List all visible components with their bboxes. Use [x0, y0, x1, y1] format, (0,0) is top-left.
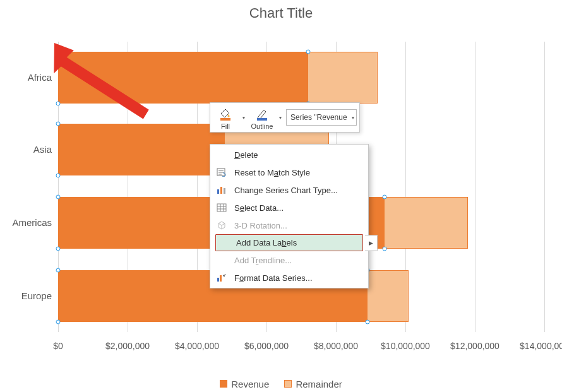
bar-revenue[interactable]	[58, 52, 308, 104]
menu-delete[interactable]: Delete	[210, 146, 368, 163]
svg-rect-7	[217, 204, 226, 211]
selection-handle[interactable]	[365, 320, 369, 324]
outline-label: Outline	[251, 122, 273, 130]
select-data-icon	[215, 202, 228, 213]
svg-rect-2	[257, 118, 267, 121]
legend-label: Remainder	[296, 379, 342, 389]
legend-label: Revenue	[231, 379, 269, 389]
menu-add-trendline: Add Trendline...	[210, 251, 368, 269]
x-tick: $12,000,000	[450, 341, 499, 351]
selection-handle[interactable]	[56, 247, 61, 251]
outline-button[interactable]: Outline	[249, 105, 275, 130]
reset-style-icon	[215, 167, 228, 178]
format-series-icon	[215, 272, 228, 283]
x-tick: $0	[53, 341, 63, 351]
menu-format-data-series[interactable]: Format Data Series...	[210, 269, 368, 287]
selection-handle[interactable]	[382, 247, 386, 251]
y-label: Americas	[0, 217, 52, 228]
svg-rect-5	[220, 187, 222, 194]
selection-handle[interactable]	[56, 50, 61, 54]
cube-icon	[215, 220, 228, 231]
selection-handle[interactable]	[306, 50, 310, 54]
selection-handle[interactable]	[56, 195, 61, 199]
legend-swatch-icon	[284, 380, 292, 388]
x-axis: $0 $2,000,000 $4,000,000 $6,000,000 $8,0…	[58, 341, 544, 355]
selection-handle[interactable]	[56, 174, 61, 178]
bar-revenue[interactable]	[58, 124, 225, 175]
selection-handle[interactable]	[382, 195, 386, 199]
blank-icon	[215, 254, 228, 266]
svg-rect-8	[217, 278, 219, 282]
fill-dropdown[interactable]: ▼	[241, 116, 247, 120]
legend-item-revenue[interactable]: Revenue	[220, 379, 269, 389]
selection-handle[interactable]	[56, 268, 61, 273]
x-tick: $4,000,000	[175, 341, 219, 351]
svg-rect-9	[220, 275, 222, 282]
selection-handle[interactable]	[56, 102, 61, 106]
x-tick: $10,000,000	[381, 341, 430, 351]
y-axis-labels: Africa Asia Americas Europe	[0, 42, 56, 332]
fill-label: Fill	[221, 122, 230, 130]
chevron-down-icon: ▾	[352, 115, 354, 121]
svg-rect-6	[224, 188, 225, 194]
context-menu: Delete Reset to Match Style Change Serie…	[210, 144, 369, 288]
outline-dropdown[interactable]: ▼	[277, 116, 284, 120]
menu-add-data-labels[interactable]: Add Data Labels ▶	[215, 234, 363, 251]
y-label: Europe	[0, 290, 52, 301]
table-row	[58, 52, 544, 104]
fill-bucket-icon	[217, 106, 234, 122]
x-tick: $2,000,000	[105, 341, 150, 351]
submenu-arrow-icon: ▶	[365, 235, 378, 251]
legend-swatch-icon	[220, 380, 227, 388]
outline-pen-icon	[253, 106, 271, 122]
menu-change-chart-type[interactable]: Change Series Chart Type...	[210, 181, 368, 199]
menu-reset-style[interactable]: Reset to Match Style	[210, 163, 368, 181]
legend-item-remainder[interactable]: Remainder	[284, 379, 342, 389]
menu-select-data[interactable]: Select Data...	[210, 199, 368, 217]
blank-icon	[215, 149, 228, 160]
x-tick: $8,000,000	[314, 341, 358, 351]
x-tick: $6,000,000	[244, 341, 289, 351]
selection-handle[interactable]	[56, 122, 61, 126]
y-label: Asia	[0, 144, 52, 155]
selection-handle[interactable]	[56, 320, 61, 324]
fill-button[interactable]: Fill	[213, 105, 238, 130]
chart-title[interactable]: Chart Title	[0, 0, 562, 29]
chart-type-icon	[215, 184, 228, 196]
series-picker-text: Series "Revenue	[290, 113, 350, 122]
svg-rect-1	[220, 118, 230, 121]
y-label: Africa	[0, 72, 52, 83]
menu-3d-rotation: 3-D Rotation...	[210, 217, 368, 234]
legend[interactable]: Revenue Remainder	[0, 379, 562, 390]
x-tick: $14,000,000	[520, 341, 562, 351]
series-picker[interactable]: Series "Revenue ▾	[286, 109, 357, 126]
mini-format-toolbar: Fill ▼ Outline ▼ Series "Revenue ▾	[210, 102, 360, 133]
svg-rect-4	[217, 189, 219, 194]
